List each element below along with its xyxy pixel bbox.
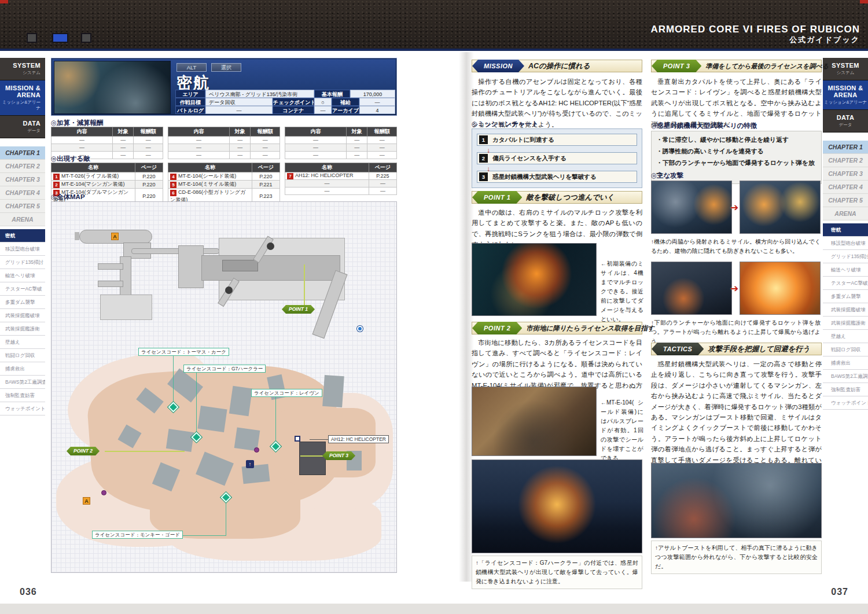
map-point3-badge: POINT 3 <box>322 451 355 460</box>
map-point2-badge: POINT 2 <box>67 447 100 455</box>
enemy-table-3: 名称ページ 7AH12: HC HELICOPTERP.225 —— —— <box>285 163 397 195</box>
mission-chart: 1 カタパルトに到達する ↓ 2 傭兵ライセンスを入手する ↓ 3 惑星封鎖機構… <box>472 128 642 188</box>
enemy-page: P.221 <box>252 181 279 189</box>
bonus-table-3: 内容対象報酬額 ——— ——— ——— <box>285 127 397 159</box>
mission-list: 密航 移設型砲台破壊 グリッド135掃討 輸送ヘリ破壊 テスターAC撃破 多重ダ… <box>0 229 45 416</box>
enemy-name-text: MT-E-104(シールド装備) <box>178 173 236 179</box>
supply-label: 補給 <box>332 98 359 106</box>
chart-step-2: 2 傭兵ライセンスを入手する ↓ <box>477 152 637 164</box>
mission-section-title: ACの操作に慣れる <box>524 61 590 71</box>
tactics-caption: ↑アサルトブーストを利用して、相手の真下に潜るように動きつつ攻撃範囲から外れなが… <box>651 541 822 574</box>
mission-item: 移設型砲台破壊 <box>823 237 868 250</box>
map-building <box>229 386 252 416</box>
cell: — <box>134 144 163 152</box>
enemy-row: 4MT-E-104(シールド装備)P.220 <box>168 172 280 181</box>
point1-title: 敵を撃破しつつ進んでいく <box>522 193 614 203</box>
map-heading: ◎全体MAP <box>51 193 85 201</box>
area-value: ベリウス南部 - グリッド135/汚染市街 <box>205 90 314 98</box>
chapter-tab-arena: ARENA <box>823 207 868 220</box>
map-facility-prong <box>98 281 123 287</box>
col-target: 対象 <box>347 127 367 137</box>
chapter-tab-2: CHAPTER 2 <box>0 160 45 173</box>
mission-item: BAWS第2工廠調査 <box>0 376 45 389</box>
cell: — <box>230 144 251 152</box>
point2-leader-line <box>105 451 185 452</box>
chapter-list: CHAPTER 1 CHAPTER 2 CHAPTER 3 CHAPTER 4 … <box>823 141 868 220</box>
sidebar-tab-data: DATA データ <box>0 116 45 138</box>
col-name: 名称 <box>52 163 135 172</box>
mission-item: 輸送ヘリ破壊 <box>823 263 868 277</box>
enemy-number-badge: 6 <box>170 190 176 196</box>
container-label: コンテナ <box>273 106 314 114</box>
table-row: ——— <box>285 152 397 159</box>
area-label: エリア <box>175 90 205 98</box>
chart-arrow-icon: ↓ <box>487 166 490 172</box>
leader-line <box>226 501 226 536</box>
sidebar-tab-data: DATA データ <box>823 110 868 133</box>
map-marker-a-1: A <box>111 233 119 240</box>
chapter-tab-4: CHAPTER 4 <box>0 186 45 200</box>
map-corridor <box>75 232 79 240</box>
mission-info-row-1: エリア ベリウス南部 - グリッド135/汚染市街 基本報酬 170,000 <box>175 90 395 98</box>
point2-badge: POINT 2 <box>472 322 522 334</box>
cell: — <box>168 152 230 159</box>
col-amount: 報酬額 <box>251 127 280 137</box>
book-title-en: ARMORED CORE VI FIRES OF RUBICON <box>650 23 860 35</box>
mission-item: グリッド135掃討 <box>0 256 45 269</box>
mission-item-active: 密航 <box>823 223 868 237</box>
enemy-name: 2MT-E-104(マシンガン装備) <box>52 181 135 189</box>
table-row: ——— <box>168 137 280 144</box>
step-text: カタパルトに到達する <box>492 136 554 144</box>
select-button: 選択 <box>211 63 241 72</box>
main-attacks-heading: ◎主な攻撃 <box>651 171 683 180</box>
enemy-name-text: MT-E-104(ミサイル装備) <box>178 181 236 187</box>
sidebar-tab-mission-arena: MISSION & ARENA ミッション&アリーナ <box>0 80 45 116</box>
chapter-tab-1: CHAPTER 1 <box>823 141 868 154</box>
enemy-page: P.220 <box>252 172 279 181</box>
tab-data-sublabel: データ <box>0 128 41 134</box>
cell: — <box>134 152 163 159</box>
map-point1-badge: POINT 1 <box>282 305 315 314</box>
cell: — <box>285 137 347 144</box>
corner-mark-right <box>860 0 868 3</box>
table-row: ——— <box>52 137 163 144</box>
enemy-number-badge: 1 <box>53 174 60 180</box>
archive-label: アーカイブ <box>332 106 359 114</box>
chart-step-1: 1 カタパルトに到達する ↓ <box>477 134 637 146</box>
mission-item: テスターAC撃破 <box>0 282 45 296</box>
mission-item: ウォッチポイント襲撃 <box>0 402 45 416</box>
reward-value: 170,000 <box>350 90 395 98</box>
leader-line <box>275 397 276 444</box>
mission-item: ウォッチポイント襲撃 <box>823 396 868 410</box>
leader-line <box>310 439 328 440</box>
mission-item: 捕虜救出 <box>823 356 868 370</box>
enemy-row: 1MT-T-026(ライフル装備)P.220 <box>52 172 163 181</box>
map-elevator-icon: ↑ <box>246 460 254 468</box>
header-square-gray-2 <box>81 33 91 43</box>
map-marker-a-2: A <box>83 497 90 505</box>
col-page: ページ <box>135 163 163 172</box>
mission-item: 武装採掘艦破壊 <box>823 303 868 317</box>
map-facility-connector <box>131 248 219 254</box>
enemy-name-text: CD-E-086(小型ガトリングガン装備) <box>170 189 245 203</box>
cell: — <box>52 144 113 152</box>
attack-missile-before <box>651 181 732 234</box>
attack-rocket-caption: ↑下部のランチャーから地面に向けて爆発するロケット弾を放つ。アラートが鳴ったら離… <box>651 318 821 346</box>
book-title: ARMORED CORE VI FIRES OF RUBICON 公式ガイドブッ… <box>650 23 860 45</box>
chapter-tab-1: CHAPTER 1 <box>0 146 45 160</box>
point1-screenshot <box>472 243 597 316</box>
right-sidebar: SYSTEM システム MISSION & ARENA ミッション&アリーナ D… <box>823 58 868 410</box>
map-label-license-monkey: ライセンスコード：モンキー・ゴード <box>92 531 183 539</box>
cell: — <box>52 137 113 144</box>
chapter-list: CHAPTER 1 CHAPTER 2 CHAPTER 3 CHAPTER 4 … <box>0 146 45 226</box>
cell: — <box>113 137 134 144</box>
mission-chart-heading: ◎ミッションチャート <box>472 120 539 128</box>
sidebar-tab-mission-arena: MISSION & ARENA ミッション&アリーナ <box>823 80 868 110</box>
mission-list: 密航 移設型砲台破壊 グリッド135掃討 輸送ヘリ破壊 テスターAC撃破 多重ダ… <box>823 223 868 410</box>
chapter-tab-3: CHAPTER 3 <box>823 167 868 181</box>
map-hall-room <box>222 260 258 271</box>
heli-features-heading: ◎惑星封鎖機構大型武装ヘリの特徴 <box>651 122 757 130</box>
chart-step-3: 3 惑星封鎖機構大型武装ヘリを撃破する <box>477 171 637 183</box>
enemy-name-text: MT-E-104(マシンガン装備) <box>61 181 125 187</box>
mission-info-row-3: バトルログ — コンテナ — アーカイブ 4 <box>175 106 395 114</box>
